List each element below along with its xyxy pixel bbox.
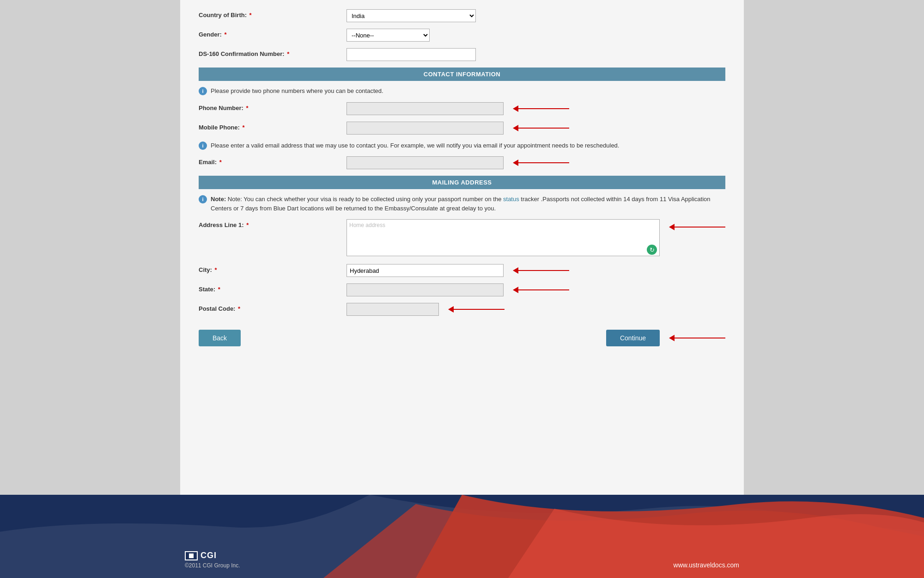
cgi-logo-box bbox=[185, 551, 198, 560]
gender-select[interactable]: --None-- bbox=[346, 29, 430, 42]
address1-label: Address Line 1: * bbox=[199, 219, 346, 228]
country-of-birth-label: Country of Birth: * bbox=[199, 9, 346, 18]
phone-label: Phone Number: * bbox=[199, 102, 346, 111]
arrow-line-mobile bbox=[518, 128, 569, 129]
email-info-icon: i bbox=[199, 141, 207, 150]
arrow-line-postal bbox=[454, 309, 505, 310]
gender-field: --None-- bbox=[346, 29, 725, 42]
phone-row: Phone Number: * bbox=[199, 102, 725, 115]
arrow-head-state bbox=[513, 287, 518, 293]
cgi-logo-icon bbox=[189, 553, 194, 558]
mailing-address-header: MAILING ADDRESS bbox=[199, 176, 725, 189]
state-input[interactable] bbox=[346, 283, 504, 296]
phone-input[interactable] bbox=[346, 102, 504, 115]
email-row: Email: * bbox=[199, 156, 725, 169]
state-label: State: * bbox=[199, 283, 346, 293]
mailing-note-box: i Note: Note: You can check whether your… bbox=[199, 195, 725, 213]
arrow-line-state bbox=[518, 289, 569, 290]
ds160-label: DS-160 Confirmation Number: * bbox=[199, 48, 346, 57]
gender-row: Gender: * --None-- bbox=[199, 29, 725, 42]
footer-copyright: ©2011 CGI Group Inc. bbox=[185, 562, 240, 569]
mailing-note-text: Note: Note: You can check whether your v… bbox=[211, 195, 725, 213]
email-field-wrapper bbox=[346, 156, 725, 169]
city-label: City: * bbox=[199, 264, 346, 273]
state-arrow bbox=[513, 287, 569, 293]
arrow-head bbox=[513, 105, 518, 112]
ds160-field bbox=[346, 48, 725, 61]
address1-arrow bbox=[669, 224, 725, 230]
country-of-birth-row: Country of Birth: * India bbox=[199, 9, 725, 22]
footer-content: CGI ©2011 CGI Group Inc. www.ustraveldoc… bbox=[0, 541, 924, 578]
arrow-head-mobile bbox=[513, 125, 518, 131]
arrow-head-addr1 bbox=[669, 224, 675, 230]
email-note-box: i Please enter a valid email address tha… bbox=[199, 141, 725, 150]
footer-left: CGI ©2011 CGI Group Inc. bbox=[185, 551, 240, 569]
postal-field bbox=[346, 303, 725, 316]
continue-button[interactable]: Continue bbox=[606, 330, 660, 346]
status-link[interactable]: status bbox=[503, 196, 519, 203]
arrow-line bbox=[518, 108, 569, 109]
gender-label: Gender: * bbox=[199, 29, 346, 38]
footer-url: www.ustraveldocs.com bbox=[674, 561, 739, 569]
mobile-arrow bbox=[513, 125, 569, 131]
city-row: City: * bbox=[199, 264, 725, 277]
cgi-logo: CGI bbox=[185, 551, 240, 560]
mailing-info-icon: i bbox=[199, 195, 207, 203]
button-row: Back Continue bbox=[180, 330, 744, 346]
cgi-logo-text: CGI bbox=[201, 551, 217, 560]
postal-input[interactable] bbox=[346, 303, 439, 316]
contact-note-box: i Please provide two phone numbers where… bbox=[199, 86, 725, 96]
arrow-line-city bbox=[518, 270, 569, 271]
back-button[interactable]: Back bbox=[199, 330, 241, 346]
email-arrow bbox=[513, 160, 569, 166]
postal-row: Postal Code: * bbox=[199, 303, 725, 316]
footer: CGI ©2011 CGI Group Inc. www.ustraveldoc… bbox=[0, 495, 924, 578]
ds160-input[interactable] bbox=[346, 48, 476, 61]
page-wrapper: Country of Birth: * India Gender: * --No… bbox=[0, 0, 924, 578]
email-input[interactable] bbox=[346, 156, 504, 169]
contact-note-text: Please provide two phone numbers where y… bbox=[211, 86, 725, 96]
refresh-icon[interactable]: ↻ bbox=[647, 245, 657, 255]
city-input[interactable] bbox=[346, 264, 504, 277]
continue-wrapper: Continue bbox=[606, 330, 725, 346]
contact-info-icon: i bbox=[199, 87, 207, 95]
mobile-label: Mobile Phone: * bbox=[199, 122, 346, 131]
form-container: Country of Birth: * India Gender: * --No… bbox=[180, 9, 744, 316]
mobile-input[interactable] bbox=[346, 122, 504, 135]
city-arrow bbox=[513, 267, 569, 274]
ds160-row: DS-160 Confirmation Number: * bbox=[199, 48, 725, 61]
mobile-row: Mobile Phone: * bbox=[199, 122, 725, 135]
city-field bbox=[346, 264, 725, 277]
contact-info-header: CONTACT INFORMATION bbox=[199, 68, 725, 81]
address1-field-inner: Home address ↻ bbox=[346, 219, 660, 258]
phone-arrow bbox=[513, 105, 569, 112]
postal-label: Postal Code: * bbox=[199, 303, 346, 312]
arrow-head-city bbox=[513, 267, 518, 274]
address1-textarea[interactable] bbox=[346, 219, 660, 256]
arrow-head-email bbox=[513, 160, 518, 166]
state-row: State: * bbox=[199, 283, 725, 296]
mobile-field bbox=[346, 122, 725, 135]
country-of-birth-select[interactable]: India bbox=[346, 9, 476, 22]
main-content: Country of Birth: * India Gender: * --No… bbox=[180, 0, 744, 495]
arrow-head-postal bbox=[448, 306, 454, 313]
country-of-birth-field: India bbox=[346, 9, 725, 22]
arrow-line-addr1 bbox=[675, 227, 725, 228]
arrow-line-continue bbox=[675, 338, 725, 338]
phone-field bbox=[346, 102, 725, 115]
email-note-text: Please enter a valid email address that … bbox=[211, 141, 725, 150]
postal-arrow bbox=[448, 306, 505, 313]
arrow-head-continue bbox=[669, 335, 675, 341]
email-label: Email: * bbox=[199, 156, 346, 166]
continue-arrow bbox=[669, 335, 725, 341]
state-field bbox=[346, 283, 725, 296]
arrow-line-email bbox=[518, 162, 569, 163]
address1-row: Address Line 1: * Home address ↻ bbox=[199, 219, 725, 258]
address1-field-wrapper: Home address ↻ bbox=[346, 219, 660, 258]
